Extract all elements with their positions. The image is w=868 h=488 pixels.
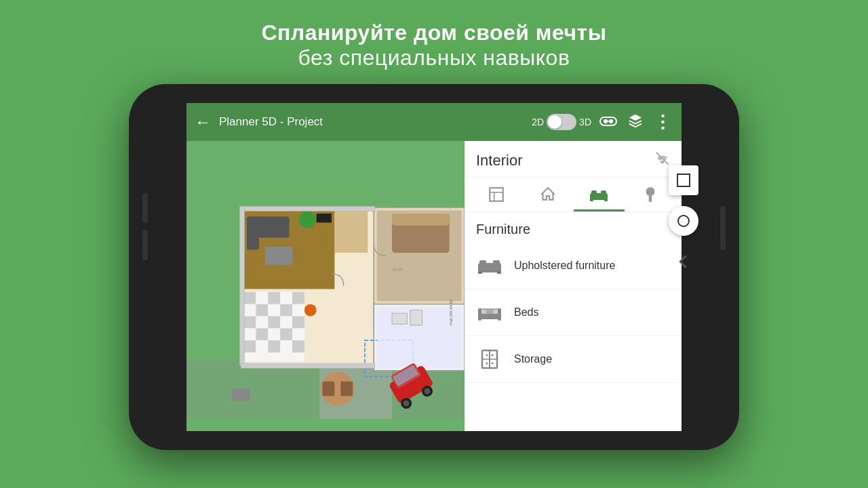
svg-point-94 <box>486 363 488 365</box>
header-line1: Спланируйте дом своей мечты <box>261 20 606 45</box>
more-icon[interactable]: ⋮ <box>651 109 673 136</box>
svg-rect-17 <box>292 292 304 304</box>
svg-rect-22 <box>292 304 304 317</box>
svg-rect-62 <box>241 206 375 211</box>
svg-rect-50 <box>410 310 422 325</box>
svg-point-97 <box>678 216 689 226</box>
storage-icon <box>476 346 503 373</box>
app-header: Спланируйте дом своей мечты без специаль… <box>261 20 606 70</box>
toggle-3d-label: 3D <box>579 117 591 127</box>
svg-rect-18 <box>244 304 256 317</box>
svg-rect-77 <box>649 196 652 202</box>
svg-rect-82 <box>497 271 501 274</box>
svg-point-93 <box>492 354 494 357</box>
svg-rect-74 <box>590 199 593 201</box>
svg-rect-20 <box>268 304 280 317</box>
svg-rect-33 <box>244 340 256 352</box>
svg-rect-49 <box>392 313 407 324</box>
toggle-knob <box>548 115 561 129</box>
tab-furniture[interactable] <box>574 178 625 211</box>
toggle-2d-label: 2D <box>532 117 544 127</box>
svg-rect-81 <box>478 271 482 274</box>
volume-up-button <box>142 192 148 223</box>
storage-label: Storage <box>514 353 552 365</box>
svg-rect-28 <box>244 328 256 340</box>
svg-rect-59 <box>323 382 335 396</box>
phone-screen: ← Planner 5D - Project 2D 3D <box>186 103 682 431</box>
svg-rect-47 <box>334 211 368 253</box>
svg-rect-19 <box>256 304 269 317</box>
list-item-upholstered[interactable]: Upholstered furniture <box>465 243 682 289</box>
svg-rect-35 <box>268 340 280 352</box>
right-panel: Interior <box>465 141 682 431</box>
svg-rect-45 <box>392 214 450 226</box>
view-toggle[interactable]: 2D 3D <box>532 114 591 130</box>
svg-point-92 <box>486 354 488 357</box>
floor-plan[interactable]: Hall (00:45.9) 16:95 <box>186 141 465 431</box>
panel-header: Interior <box>465 141 682 178</box>
svg-rect-30 <box>268 328 280 340</box>
layers-icon[interactable] <box>625 110 646 134</box>
svg-rect-63 <box>239 206 244 365</box>
svg-rect-29 <box>256 328 269 340</box>
svg-rect-42 <box>265 247 292 265</box>
back-nav-button[interactable] <box>669 247 698 277</box>
panel-title: Interior <box>476 152 522 169</box>
phone-mockup: ← Planner 5D - Project 2D 3D <box>129 84 739 450</box>
toolbar-actions: 2D 3D <box>532 109 673 136</box>
svg-rect-61 <box>232 389 250 401</box>
svg-rect-36 <box>280 340 292 352</box>
svg-rect-14 <box>256 292 269 304</box>
svg-rect-87 <box>478 308 481 321</box>
tab-home[interactable] <box>522 178 574 211</box>
volume-down-button <box>142 230 148 260</box>
svg-point-2 <box>609 119 613 123</box>
upholstered-icon <box>476 252 503 279</box>
svg-rect-79 <box>479 260 486 267</box>
svg-rect-96 <box>677 174 690 186</box>
vr-icon[interactable] <box>597 112 620 133</box>
svg-rect-15 <box>268 292 280 304</box>
circle-tool-button[interactable] <box>669 206 698 236</box>
svg-text:Hall (00:45.9): Hall (00:45.9) <box>448 300 453 325</box>
svg-point-48 <box>304 304 317 317</box>
main-content: Hall (00:45.9) 16:95 Interior <box>186 141 682 431</box>
tab-structure[interactable] <box>471 178 522 211</box>
svg-rect-24 <box>256 317 269 329</box>
header-line2: без специальных навыков <box>261 45 606 70</box>
svg-rect-64 <box>241 363 375 368</box>
svg-point-46 <box>299 211 316 228</box>
list-item-beds[interactable]: Beds <box>465 289 682 336</box>
svg-rect-21 <box>280 304 292 317</box>
svg-rect-25 <box>268 317 280 329</box>
svg-rect-88 <box>498 308 501 321</box>
list-item-storage[interactable]: Storage <box>465 336 682 383</box>
category-tabs <box>465 178 682 212</box>
svg-rect-31 <box>280 328 292 340</box>
upholstered-label: Upholstered furniture <box>514 260 615 272</box>
svg-rect-60 <box>340 382 353 396</box>
svg-rect-27 <box>292 317 304 329</box>
section-title: Furniture <box>465 212 682 243</box>
app-toolbar: ← Planner 5D - Project 2D 3D <box>186 103 682 141</box>
square-tool-button[interactable] <box>669 165 698 195</box>
svg-rect-80 <box>493 260 500 267</box>
svg-text:16:95: 16:95 <box>392 267 403 272</box>
svg-point-76 <box>646 187 655 196</box>
floor-plan-svg: Hall (00:45.9) 16:95 <box>186 141 465 431</box>
svg-rect-34 <box>256 340 269 352</box>
toolbar-title: Planner 5D - Project <box>219 115 532 129</box>
power-button <box>720 206 726 250</box>
beds-label: Beds <box>514 306 538 319</box>
svg-rect-26 <box>280 317 292 329</box>
svg-point-1 <box>604 119 608 123</box>
svg-rect-23 <box>244 317 256 329</box>
svg-rect-16 <box>280 292 292 304</box>
svg-rect-43 <box>317 214 332 222</box>
svg-rect-68 <box>490 188 503 201</box>
toggle-switch[interactable] <box>547 114 576 130</box>
back-button[interactable]: ← <box>195 113 211 131</box>
svg-rect-72 <box>591 190 597 196</box>
svg-rect-75 <box>604 199 608 201</box>
svg-rect-13 <box>244 292 256 304</box>
